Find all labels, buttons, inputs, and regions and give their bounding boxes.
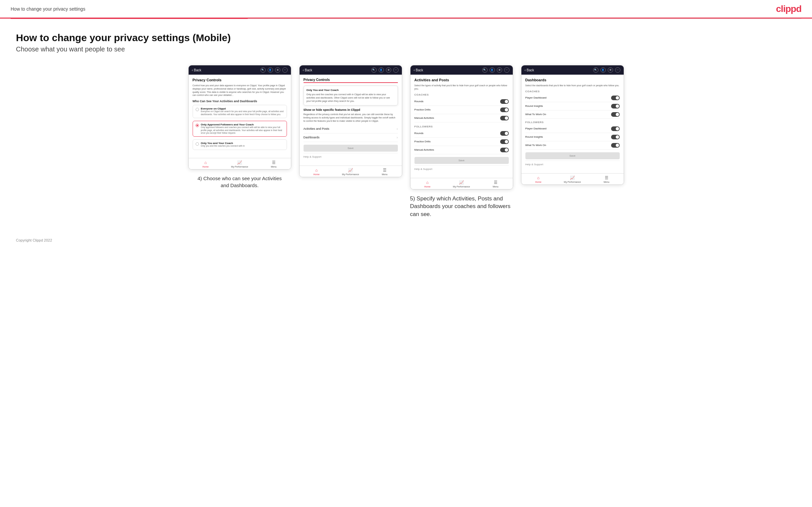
screen2-topbar: ‹ Back 🔍 👤 ⚙ ⋯	[300, 65, 402, 75]
toggle4-coaches-insights-switch[interactable]	[611, 104, 620, 109]
toggle-coaches-rounds-switch[interactable]	[500, 99, 509, 104]
toggle-coaches-drills-switch[interactable]	[500, 108, 509, 112]
performance-icon-3: 📈	[459, 180, 464, 185]
nav-menu-4[interactable]: ☰ Menu	[590, 174, 624, 184]
nav-performance-4[interactable]: 📈 My Performance	[555, 174, 590, 184]
search-icon[interactable]: 🔍	[260, 67, 266, 73]
save-button-2[interactable]: Save	[304, 145, 398, 152]
copyright: Copyright Clippd 2022	[16, 238, 52, 242]
nav-menu-1[interactable]: ☰ Menu	[257, 158, 291, 169]
screen4-icons: 🔍 👤 ⚙ ⋯	[593, 67, 620, 73]
popup-title: Only You and Your Coach	[307, 89, 395, 92]
search-icon-2[interactable]: 🔍	[371, 67, 376, 73]
save-button-3[interactable]: Save	[414, 157, 509, 164]
nav-menu-2[interactable]: ☰ Menu	[368, 166, 402, 177]
screen1-subheading: Who Can See Your Activities and Dashboar…	[193, 100, 287, 103]
toggle4-followers-work-switch[interactable]	[611, 143, 620, 148]
menu-icon-4: ☰	[605, 175, 608, 180]
save-button-4[interactable]: Save	[525, 152, 620, 159]
toggle-coaches-manual: Manual Activities	[414, 114, 509, 122]
logo: clippd	[776, 4, 801, 14]
screen3-topbar: ‹ Back 🔍 👤 ⚙ ⋯	[410, 65, 513, 75]
menu-icon-3: ☰	[494, 180, 498, 185]
radio-coach-only[interactable]: Only You and Your Coach Only you and the…	[193, 139, 287, 150]
followers-label: FOLLOWERS	[414, 125, 509, 128]
screen1-back[interactable]: ‹ Back	[192, 68, 202, 72]
home-icon-2: ⌂	[315, 168, 317, 173]
nav-home-2[interactable]: ⌂ Home	[300, 166, 334, 177]
screen1-title: Privacy Controls	[193, 78, 287, 82]
profile-icon-3[interactable]: 👤	[490, 67, 495, 73]
toggle4-followers-player-switch[interactable]	[611, 126, 620, 131]
dashboards-link[interactable]: Dashboards ›	[304, 133, 398, 142]
nav-performance-1[interactable]: 📈 My Performance	[222, 158, 257, 169]
more-icon[interactable]: ⋯	[282, 67, 288, 73]
profile-icon-4[interactable]: 👤	[601, 67, 606, 73]
screen4-followers-label: FOLLOWERS	[525, 121, 620, 124]
page-subheading: Choose what you want people to see	[16, 46, 796, 53]
settings-icon-4[interactable]: ⚙	[608, 67, 613, 73]
help-row-2: Help & Support	[304, 153, 398, 160]
screen4-topbar: ‹ Back 🔍 👤 ⚙ ⋯	[521, 65, 624, 75]
screen1-nav: ⌂ Home 📈 My Performance ☰ Menu	[189, 158, 291, 169]
screen2-tab[interactable]: Privacy Controls	[304, 78, 330, 81]
toggle-followers-rounds-switch[interactable]	[500, 131, 509, 136]
show-hide-section: Show or hide specific features in Clippd…	[304, 108, 398, 122]
radio-everyone[interactable]: Everyone on Clippd Everyone on Clippd ca…	[193, 105, 287, 118]
toggle-followers-drills: Practice Drills	[414, 138, 509, 146]
screen2-content: Privacy Controls Only You and Your Coach…	[300, 75, 402, 164]
more-icon-2[interactable]: ⋯	[393, 67, 399, 73]
search-icon-3[interactable]: 🔍	[482, 67, 488, 73]
toggle-followers-manual: Manual Activities	[414, 146, 509, 154]
screen4-frame: ‹ Back 🔍 👤 ⚙ ⋯ Dashboards Select the das…	[521, 65, 624, 185]
screen3-icons: 🔍 👤 ⚙ ⋯	[482, 67, 509, 73]
screen3-group: ‹ Back 🔍 👤 ⚙ ⋯ Activities and Posts Sele…	[410, 65, 513, 218]
toggle-followers-drills-switch[interactable]	[500, 139, 509, 144]
toggle4-followers-insights-switch[interactable]	[611, 135, 620, 139]
screen4-content: Dashboards Select the dashboards that yo…	[521, 75, 624, 171]
nav-home-3[interactable]: ⌂ Home	[410, 178, 445, 189]
toggle-coaches-manual-switch[interactable]	[500, 116, 509, 120]
settings-icon-2[interactable]: ⚙	[386, 67, 391, 73]
more-icon-4[interactable]: ⋯	[615, 67, 620, 73]
screen4-back[interactable]: ‹ Back	[525, 68, 535, 72]
screen2-back[interactable]: ‹ Back	[303, 68, 312, 72]
radio-everyone-text: Everyone on Clippd Everyone on Clippd ca…	[201, 107, 284, 116]
nav-menu-3[interactable]: ☰ Menu	[478, 178, 513, 189]
nav-performance-2[interactable]: 📈 My Performance	[334, 166, 368, 177]
screen3-content: Activities and Posts Select the types of…	[410, 75, 513, 176]
screen1-icons: 🔍 👤 ⚙ ⋯	[260, 67, 288, 73]
screen3-title: Activities and Posts	[414, 78, 509, 82]
show-hide-title: Show or hide specific features in Clippd	[304, 108, 398, 111]
screen1-body: Control how you and your data appears to…	[193, 84, 287, 97]
chevron-right-activities: ›	[397, 127, 398, 131]
nav-performance-3[interactable]: 📈 My Performance	[444, 178, 478, 189]
toggle-followers-rounds: Rounds	[414, 129, 509, 138]
screen4-nav: ⌂ Home 📈 My Performance ☰ Menu	[521, 173, 624, 184]
screen3-caption: 5) Specify which Activities, Posts and D…	[410, 195, 513, 218]
screen2-tab-container: Privacy Controls	[304, 78, 398, 83]
activities-link[interactable]: Activities and Posts ›	[304, 125, 398, 133]
toggle4-followers-player: Player Dashboard	[525, 125, 620, 133]
screen3-back[interactable]: ‹ Back	[414, 68, 423, 72]
toggle4-followers-insights: Round Insights	[525, 133, 620, 142]
profile-icon[interactable]: 👤	[268, 67, 273, 73]
page-heading: How to change your privacy settings (Mob…	[16, 32, 796, 44]
top-bar: How to change your privacy settings clip…	[0, 0, 812, 18]
performance-icon-1: 📈	[237, 160, 242, 165]
toggle-followers-manual-switch[interactable]	[500, 148, 509, 152]
more-icon-3[interactable]: ⋯	[504, 67, 509, 73]
profile-icon-2[interactable]: 👤	[378, 67, 384, 73]
search-icon-4[interactable]: 🔍	[593, 67, 599, 73]
radio-followers[interactable]: Only Approved Followers and Your Coach O…	[193, 121, 287, 137]
home-icon-3: ⌂	[426, 180, 428, 185]
settings-icon-3[interactable]: ⚙	[497, 67, 502, 73]
tab-underline	[304, 82, 398, 83]
settings-icon[interactable]: ⚙	[275, 67, 280, 73]
radio-circle-followers	[196, 124, 199, 127]
help-row-3: Help & Support	[414, 165, 509, 173]
nav-home-1[interactable]: ⌂ Home	[189, 158, 223, 169]
nav-home-4[interactable]: ⌂ Home	[521, 174, 556, 184]
toggle4-coaches-player-switch[interactable]	[611, 96, 620, 100]
toggle4-coaches-work-switch[interactable]	[611, 112, 620, 117]
